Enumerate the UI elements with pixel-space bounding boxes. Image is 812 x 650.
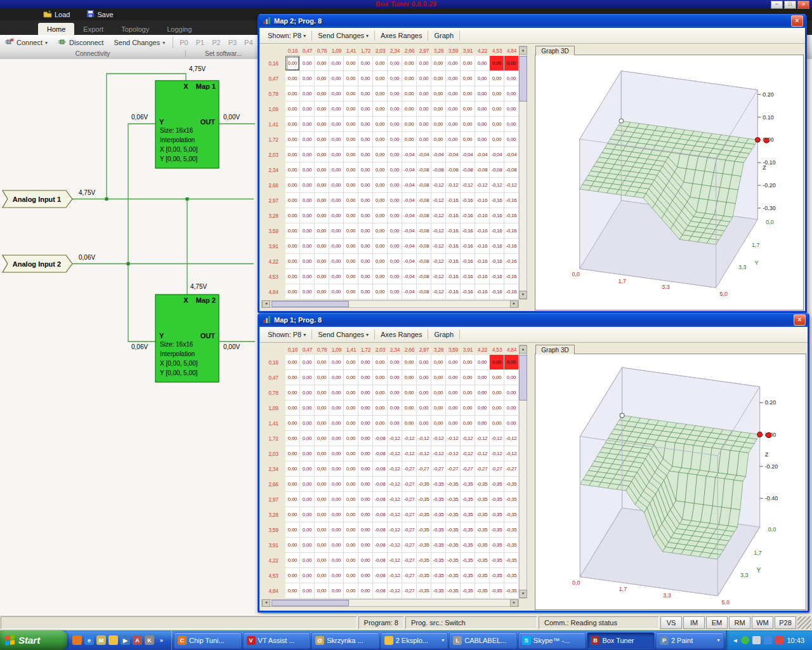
grid-cell[interactable]: 0,00 — [417, 385, 431, 401]
row-header[interactable]: 4,22 — [261, 254, 285, 269]
scroll-left-icon[interactable]: ◄ — [262, 599, 270, 607]
grid-cell[interactable]: -0,12 — [490, 446, 504, 461]
row-header[interactable]: 2,66 — [261, 477, 285, 492]
grid-cell[interactable]: -0,16 — [446, 284, 461, 300]
grid-cell[interactable]: 0,00 — [285, 56, 300, 71]
grid-cell[interactable]: -0,35 — [446, 507, 461, 522]
grid-cell[interactable]: 0,00 — [373, 178, 388, 193]
col-header[interactable]: 0,47 — [300, 345, 315, 355]
grid-cell[interactable]: -0,16 — [446, 239, 461, 254]
grid-cell[interactable]: 0,00 — [358, 86, 373, 102]
grid-cell[interactable]: 0,00 — [344, 492, 358, 507]
grid-cell[interactable]: -0,27 — [402, 507, 417, 522]
grid-cell[interactable]: 0,00 — [329, 269, 344, 284]
window-titlebar[interactable]: Map 1; Prog. 8 × — [259, 313, 808, 327]
grid-cell[interactable]: 0,00 — [329, 86, 344, 102]
grid-cell[interactable]: -0,35 — [431, 583, 446, 599]
grid-cell[interactable]: 0,00 — [446, 401, 461, 416]
grid-cell[interactable]: 0,00 — [446, 416, 461, 431]
grid-cell[interactable]: -0,08 — [417, 162, 431, 178]
grid-cell[interactable]: 0,00 — [329, 446, 344, 461]
grid-cell[interactable]: 0,00 — [344, 102, 358, 117]
grid-cell[interactable]: 0,00 — [388, 132, 402, 147]
grid-cell[interactable]: 0,00 — [300, 492, 315, 507]
grid-cell[interactable]: 0,00 — [373, 269, 388, 284]
grid-cell[interactable]: -0,04 — [402, 254, 417, 269]
grid-cell[interactable]: 0,00 — [315, 583, 329, 599]
grid-cell[interactable]: 0,00 — [285, 477, 300, 492]
grid-cell[interactable]: 0,00 — [358, 178, 373, 193]
grid-cell[interactable]: 0,00 — [285, 461, 300, 477]
grid-cell[interactable]: 0,00 — [315, 269, 329, 284]
program-button-p2[interactable]: P2 — [208, 37, 224, 48]
grid-cell[interactable]: 0,00 — [358, 223, 373, 239]
grid-cell[interactable]: -0,08 — [446, 162, 461, 178]
grid-cell[interactable]: 0,00 — [475, 86, 490, 102]
grid-cell[interactable]: -0,27 — [402, 538, 417, 553]
grid-cell[interactable]: 0,00 — [431, 370, 446, 385]
grid-cell[interactable]: 0,00 — [475, 102, 490, 117]
grid-cell[interactable]: -0,16 — [446, 223, 461, 239]
grid-cell[interactable]: -0,35 — [490, 538, 504, 553]
grid-cell[interactable]: -0,12 — [388, 507, 402, 522]
grid-cell[interactable]: -0,16 — [461, 208, 475, 223]
graph-3d-view[interactable]: 0.200.100.00-0.10-0.20-0.30Z0,01,73,35,0… — [535, 55, 804, 310]
taskbar-button-cablabel-[interactable]: LCABLABEL... — [449, 632, 517, 649]
grid-cell[interactable]: 0,00 — [285, 193, 300, 208]
grid-cell[interactable]: 0,00 — [388, 208, 402, 223]
row-header[interactable]: 3,59 — [261, 223, 285, 239]
grid-cell[interactable]: 0,00 — [285, 254, 300, 269]
save-button[interactable]: Save — [81, 9, 118, 20]
grid-cell[interactable]: -0,08 — [417, 269, 431, 284]
status-button-vs[interactable]: VS — [660, 616, 682, 629]
grid-cell[interactable]: 0,00 — [431, 132, 446, 147]
tray-antivirus-icon[interactable] — [741, 636, 749, 644]
grid-cell[interactable]: 0,00 — [285, 355, 300, 370]
col-header[interactable]: 1,09 — [329, 345, 344, 355]
grid-cell[interactable]: 0,00 — [461, 370, 475, 385]
grid-cell[interactable]: -0,35 — [417, 583, 431, 599]
grid-cell[interactable]: 0,00 — [329, 102, 344, 117]
grid-cell[interactable]: 0,00 — [358, 208, 373, 223]
vertical-scrollbar[interactable]: ▲ ▼ — [519, 345, 527, 599]
grid-cell[interactable]: 0,00 — [329, 162, 344, 178]
grid-cell[interactable]: 0,00 — [315, 208, 329, 223]
grid-cell[interactable]: 0,00 — [300, 56, 315, 71]
grid-cell[interactable]: -0,12 — [431, 208, 446, 223]
grid-cell[interactable]: 0,00 — [300, 583, 315, 599]
grid-cell[interactable]: 0,00 — [358, 71, 373, 86]
grid-cell[interactable]: 0,00 — [373, 401, 388, 416]
grid-cell[interactable]: -0,08 — [417, 208, 431, 223]
grid-cell[interactable]: -0,12 — [431, 254, 446, 269]
grid-cell[interactable]: 0,00 — [285, 522, 300, 538]
grid-cell[interactable]: 0,00 — [490, 56, 504, 71]
grid-cell[interactable]: -0,35 — [490, 568, 504, 583]
grid-cell[interactable]: -0,04 — [402, 284, 417, 300]
graph-menu[interactable]: Graph — [429, 30, 458, 41]
grid-cell[interactable]: 0,00 — [344, 132, 358, 147]
grid-cell[interactable]: -0,12 — [475, 431, 490, 446]
grid-cell[interactable]: -0,12 — [431, 193, 446, 208]
grid-cell[interactable]: -0,35 — [475, 492, 490, 507]
grid-cell[interactable]: 0,00 — [300, 208, 315, 223]
grid-cell[interactable]: 0,00 — [504, 86, 519, 102]
grid-cell[interactable]: 0,00 — [315, 370, 329, 385]
scroll-down-icon[interactable]: ▼ — [519, 291, 527, 299]
grid-cell[interactable]: -0,27 — [402, 568, 417, 583]
grid-cell[interactable]: 0,00 — [475, 370, 490, 385]
grid-cell[interactable]: 0,00 — [388, 254, 402, 269]
grid-cell[interactable]: 0,00 — [490, 416, 504, 431]
grid-cell[interactable]: 0,00 — [285, 385, 300, 401]
grid-cell[interactable]: 0,00 — [344, 71, 358, 86]
grid-cell[interactable]: 0,00 — [300, 284, 315, 300]
row-header[interactable]: 2,34 — [261, 162, 285, 178]
scrollbar-thumb[interactable] — [519, 56, 527, 102]
grid-cell[interactable]: 0,00 — [388, 178, 402, 193]
grid-cell[interactable]: -0,12 — [461, 431, 475, 446]
tray-network-icon[interactable] — [764, 636, 772, 644]
grid-cell[interactable]: 0,00 — [358, 269, 373, 284]
grid-cell[interactable]: 0,00 — [504, 385, 519, 401]
grid-cell[interactable]: 0,00 — [344, 56, 358, 71]
browser-icon[interactable] — [72, 635, 82, 645]
col-header[interactable]: 0,16 — [285, 345, 300, 355]
